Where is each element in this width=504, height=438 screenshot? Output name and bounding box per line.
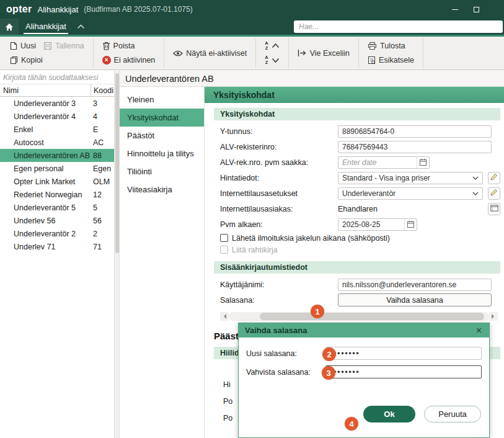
nav-item-tiliointi[interactable]: Tiliöinti — [120, 163, 204, 181]
field-row-alv-rekisterinro: ALV-rekisterinro: — [220, 139, 500, 154]
nav-item-yksityiskohdat[interactable]: Yksityiskohdat — [120, 109, 204, 127]
print-button[interactable]: Tulosta — [364, 40, 409, 51]
window-controls — [444, 0, 487, 19]
list-item-selected[interactable]: Underleverantören AB88 — [0, 149, 114, 162]
pencil-icon — [490, 189, 498, 198]
inactive-icon: × — [102, 56, 111, 65]
ok-button[interactable]: Ok — [363, 406, 415, 422]
collapse-ribbon-button[interactable] — [77, 24, 85, 29]
nav-item-viiteasiakirja[interactable]: Viiteasiakirja — [120, 181, 204, 199]
list-filter-input[interactable] — [0, 71, 114, 84]
scroll-right-button[interactable] — [489, 312, 498, 321]
y-tunnus-label: Y-tunnus: — [220, 127, 338, 136]
list-item[interactable]: Underlev 7171 — [0, 240, 114, 253]
internettilausasiakas-value: Ehandlaren — [338, 205, 378, 213]
horizontal-scrollbar-thumb[interactable] — [260, 313, 484, 320]
show-inactive-button[interactable]: Näytä ei-aktiiviset — [169, 48, 250, 59]
list-item[interactable]: Underleverantör 44 — [0, 110, 114, 123]
sidebar-scrollbar-thumb[interactable] — [115, 73, 119, 253]
hintatiedot-dropdown[interactable]: Standard - Visa inga priser — [338, 172, 483, 184]
list-item[interactable]: Underleverantör 22 — [0, 227, 114, 240]
toolbar-group-sort: AZ AZ — [256, 38, 288, 68]
notify-checkbox[interactable] — [220, 234, 228, 242]
list-item[interactable]: Underleverantör 55 — [0, 201, 114, 214]
list-item[interactable]: Rederiet Norwegian12 — [0, 188, 114, 201]
calendar-icon[interactable] — [417, 157, 429, 168]
minimize-button[interactable] — [444, 0, 466, 19]
annotation-step-4: 4 — [345, 417, 358, 431]
sort-descending-button[interactable]: AZ — [261, 54, 283, 66]
waybill-checkbox-row: Liitä rahtikirja — [220, 244, 500, 256]
nav-item-paastot[interactable]: Päästöt — [120, 127, 204, 145]
nav-item-hinnoittelu[interactable]: Hinnoittelu ja tilitys — [120, 145, 204, 163]
new-button[interactable]: Uusi — [6, 40, 40, 51]
list-header: Nimi Koodi — [0, 84, 114, 97]
copy-button[interactable]: Kopioi — [6, 55, 46, 66]
home-icon — [5, 23, 14, 31]
eye-icon — [173, 50, 183, 56]
confirm-password-label: Vahvista salasana: — [246, 368, 325, 377]
list-item[interactable]: Egen personalEgen — [0, 162, 114, 175]
internettilausasetukset-dropdown[interactable]: Underleverantör — [338, 187, 483, 200]
pencil-icon — [490, 173, 498, 182]
alv-pvm-saakka-input[interactable] — [338, 158, 417, 167]
list-item[interactable]: Underlev 5656 — [0, 214, 114, 227]
confirm-password-input[interactable] — [325, 365, 482, 378]
toolbar-group-export: Vie Exceliin — [289, 38, 359, 68]
nav-item-yleinen[interactable]: Yleinen — [120, 91, 204, 109]
printer-icon — [368, 42, 377, 50]
sort-az-icon: AZ — [265, 55, 268, 65]
alv-pvm-saakka-datepicker — [338, 156, 430, 169]
home-button[interactable] — [0, 19, 19, 35]
list-item[interactable]: AutocostAC — [0, 136, 114, 149]
annotation-step-1: 1 — [311, 305, 324, 318]
list-item[interactable]: EnkelE — [0, 123, 114, 136]
new-password-input[interactable] — [325, 347, 482, 360]
pvm-alkaen-datepicker — [338, 218, 417, 231]
hintatiedot-edit-button[interactable] — [488, 172, 500, 184]
browse-icon — [490, 204, 498, 213]
tab-alihankkijat[interactable]: Alihankkijat — [24, 20, 68, 34]
list-item[interactable]: Underleverantör 33 — [0, 97, 114, 110]
column-header-koodi[interactable]: Koodi — [91, 84, 114, 96]
alv-rekisterinro-input[interactable] — [338, 141, 492, 153]
page-title: Yksityiskohdat — [205, 87, 504, 103]
export-excel-button[interactable]: Vie Exceliin — [294, 48, 353, 59]
save-button[interactable]: Tallenna — [40, 40, 88, 51]
inactive-button[interactable]: × Ei aktiivinen — [99, 55, 159, 66]
notify-checkbox-label: Lähetä ilmoituksia jakelun aikana (sähkö… — [232, 234, 390, 243]
minimize-icon — [452, 9, 458, 10]
internettilausasiakas-browse-button[interactable] — [488, 203, 500, 215]
field-row-internettilausasetukset: Internettilausasetukset Underleverantör — [220, 185, 500, 201]
list-item[interactable]: Opter Link MarketOLM — [0, 175, 114, 188]
alv-pvm-saakka-label: ALV-rek.nro. pvm saakka: — [220, 158, 338, 167]
field-row-salasana: Salasana: Vaihda salasana — [220, 292, 500, 308]
search-input[interactable] — [294, 20, 503, 33]
new-password-label: Uusi salasana: — [246, 349, 325, 358]
sidebar-scrollbar[interactable] — [115, 71, 120, 438]
maximize-button[interactable] — [466, 0, 487, 19]
horizontal-scrollbar-track[interactable] — [229, 312, 489, 321]
chevron-up-icon — [272, 43, 280, 48]
salasana-label: Salasana: — [220, 296, 338, 305]
pvm-alkaen-label: Pvm alkaen: — [220, 220, 338, 229]
kayttajanimi-input[interactable] — [338, 279, 492, 291]
field-row-y-tunnus: Y-tunnus: — [220, 123, 500, 139]
calendar-icon[interactable] — [404, 219, 417, 230]
preview-icon — [368, 56, 376, 65]
cancel-button[interactable]: Peruuta — [424, 406, 481, 422]
column-header-nimi[interactable]: Nimi — [0, 86, 91, 95]
confirm-password-row: Vahvista salasana: — [246, 365, 482, 378]
y-tunnus-input[interactable] — [338, 125, 492, 138]
delete-button[interactable]: Poista — [99, 40, 139, 51]
internettilausasetukset-edit-button[interactable] — [488, 187, 500, 200]
pvm-alkaen-input[interactable] — [338, 220, 404, 229]
dialog-close-button[interactable]: × — [475, 326, 483, 336]
scroll-left-button[interactable] — [220, 312, 229, 321]
dialog-body: Uusi salasana: Vahvista salasana: Ok Per… — [239, 337, 489, 422]
sort-ascending-button[interactable]: AZ — [261, 40, 283, 52]
new-button-label: Uusi — [20, 42, 36, 50]
preview-button[interactable]: Esikatsele — [364, 55, 418, 66]
change-password-button[interactable]: Vaihda salasana — [338, 293, 492, 306]
copy-icon — [10, 56, 18, 65]
